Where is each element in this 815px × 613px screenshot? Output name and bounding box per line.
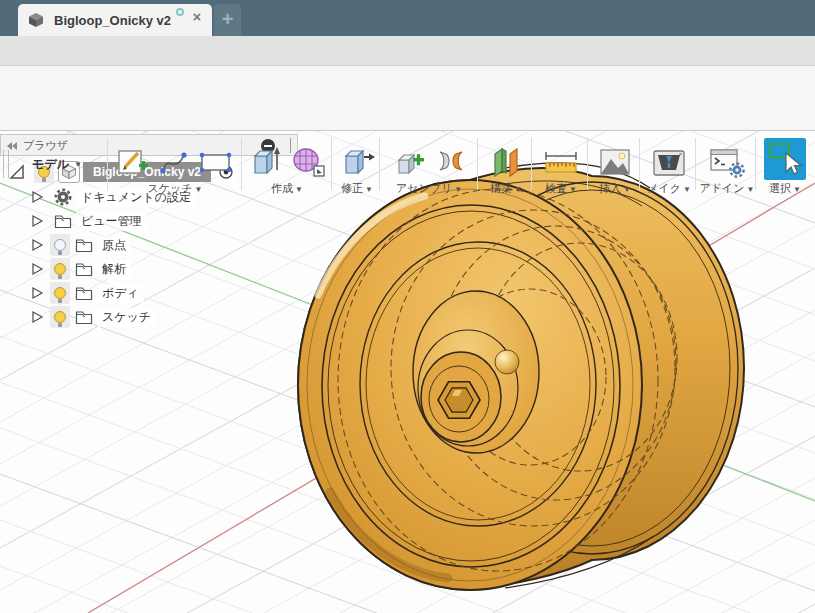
ribbon-group-label[interactable]: 修正▼ bbox=[341, 181, 373, 196]
ribbon-group-create: 作成▼ bbox=[244, 134, 330, 196]
measure-ruler-icon[interactable] bbox=[541, 144, 581, 180]
document-tab-title: Bigloop_Onicky v2 bbox=[54, 13, 171, 28]
title-bar: Bigloop_Onicky v2 × + bbox=[0, 0, 815, 36]
tree-item-label: スケッチ bbox=[97, 308, 156, 327]
tree-item-label: ビュー管理 bbox=[76, 212, 147, 231]
visibility-bulb-on-icon[interactable] bbox=[50, 258, 70, 280]
visibility-bulb-on-icon[interactable] bbox=[50, 306, 70, 328]
caret-down-icon: ▼ bbox=[793, 185, 801, 194]
tree-item-origin[interactable]: 原点 bbox=[0, 233, 131, 257]
folder-icon bbox=[75, 238, 93, 253]
group-separator bbox=[331, 138, 332, 190]
ribbon-group-select: 選択▼ bbox=[758, 134, 812, 196]
close-tab-icon[interactable]: × bbox=[188, 8, 206, 26]
group-separator bbox=[107, 138, 108, 190]
press-pull-icon[interactable] bbox=[338, 142, 376, 180]
tree-item-bodies[interactable]: ボディ bbox=[0, 281, 144, 305]
spline-icon[interactable] bbox=[156, 144, 192, 180]
scripts-addins-icon[interactable] bbox=[706, 144, 748, 180]
ribbon-toolbar: モデル ▼ bbox=[0, 66, 815, 131]
ribbon-group-label[interactable]: アドイン▼ bbox=[700, 181, 755, 196]
ribbon-group-assemble: アセンブリ▼ bbox=[382, 134, 476, 196]
tree-item-label: 原点 bbox=[97, 236, 131, 255]
visibility-bulb-off-icon[interactable] bbox=[50, 234, 70, 256]
caret-down-icon: ▼ bbox=[365, 185, 373, 194]
joint-icon[interactable] bbox=[434, 142, 468, 180]
quick-access-toolbar: ▾ ▾ ▾ bbox=[0, 36, 815, 66]
workspace-label: モデル bbox=[32, 156, 69, 173]
ribbon-group-modify: 修正▼ bbox=[334, 134, 380, 196]
caret-down-icon: ▼ bbox=[569, 185, 577, 194]
expand-icon[interactable] bbox=[30, 190, 44, 204]
tree-item-analysis[interactable]: 解析 bbox=[0, 257, 131, 281]
document-cube-icon bbox=[26, 11, 46, 29]
ribbon-group-label[interactable]: 構築▼ bbox=[490, 181, 522, 196]
ribbon-group-sketch: スケッチ▼ bbox=[110, 134, 240, 196]
extrude-icon[interactable] bbox=[248, 142, 284, 180]
tree-item-label: ボディ bbox=[97, 284, 144, 303]
caret-down-icon: ▼ bbox=[747, 185, 755, 194]
rectangle-icon[interactable] bbox=[197, 144, 235, 180]
tree-item-label: 解析 bbox=[97, 260, 131, 279]
ribbon-group-label[interactable]: メイク▼ bbox=[647, 181, 691, 196]
ribbon-group-label[interactable]: 挿入▼ bbox=[599, 181, 631, 196]
caret-down-icon: ▼ bbox=[454, 185, 462, 194]
create-sketch-icon[interactable] bbox=[115, 144, 151, 180]
ribbon-group-label[interactable]: 検査▼ bbox=[545, 181, 577, 196]
ball-detail bbox=[495, 350, 519, 374]
select-tool-button[interactable] bbox=[764, 138, 806, 180]
workspace-selector[interactable]: モデル ▼ bbox=[12, 144, 102, 184]
toolbar-grip[interactable] bbox=[3, 150, 9, 178]
expand-icon[interactable] bbox=[30, 262, 44, 276]
tree-item-sketches[interactable]: スケッチ bbox=[0, 305, 156, 329]
folder-icon bbox=[75, 310, 93, 325]
ribbon-group-insert: 挿入▼ bbox=[590, 134, 640, 196]
form-icon[interactable] bbox=[289, 142, 327, 180]
wheel-model[interactable] bbox=[298, 163, 744, 590]
new-component-icon[interactable] bbox=[391, 142, 429, 180]
insert-image-icon[interactable] bbox=[596, 144, 634, 180]
3d-printer-icon[interactable] bbox=[649, 146, 689, 180]
folder-icon bbox=[75, 262, 93, 277]
ribbon-group-label[interactable]: 選択▼ bbox=[769, 181, 801, 196]
folder-icon bbox=[75, 286, 93, 301]
caret-down-icon: ▼ bbox=[623, 185, 631, 194]
ribbon-group-label[interactable]: 作成▼ bbox=[271, 181, 303, 196]
construction-plane-icon[interactable] bbox=[487, 142, 525, 180]
ribbon-group-make: メイク▼ bbox=[642, 134, 696, 196]
unsaved-changes-indicator-icon bbox=[176, 8, 184, 16]
fusion360-window: ブラウザ Bigloop_Onicky v2 bbox=[0, 0, 815, 613]
folder-icon bbox=[54, 214, 72, 229]
tree-item-view-management[interactable]: ビュー管理 bbox=[0, 209, 147, 233]
caret-down-icon: ▼ bbox=[683, 185, 691, 194]
ribbon-group-construct: 構築▼ bbox=[480, 134, 532, 196]
visibility-bulb-on-icon[interactable] bbox=[50, 282, 70, 304]
group-separator bbox=[241, 138, 242, 190]
ribbon-group-addins: アドイン▼ bbox=[698, 134, 756, 196]
expand-icon[interactable] bbox=[30, 238, 44, 252]
ribbon-group-label[interactable]: スケッチ▼ bbox=[148, 181, 203, 196]
ribbon-group-label[interactable]: アセンブリ▼ bbox=[396, 181, 462, 196]
group-separator bbox=[477, 138, 478, 190]
select-cursor-icon bbox=[764, 138, 806, 180]
caret-down-icon: ▼ bbox=[295, 185, 303, 194]
caret-down-icon: ▼ bbox=[74, 160, 82, 169]
expand-icon[interactable] bbox=[30, 310, 44, 324]
caret-down-icon: ▼ bbox=[195, 185, 203, 194]
caret-down-icon: ▼ bbox=[514, 185, 522, 194]
ribbon-group-inspect: 検査▼ bbox=[534, 134, 588, 196]
expand-icon[interactable] bbox=[30, 214, 44, 228]
gear-icon bbox=[54, 188, 72, 206]
expand-icon[interactable] bbox=[30, 286, 44, 300]
new-tab-button[interactable]: + bbox=[214, 4, 241, 36]
